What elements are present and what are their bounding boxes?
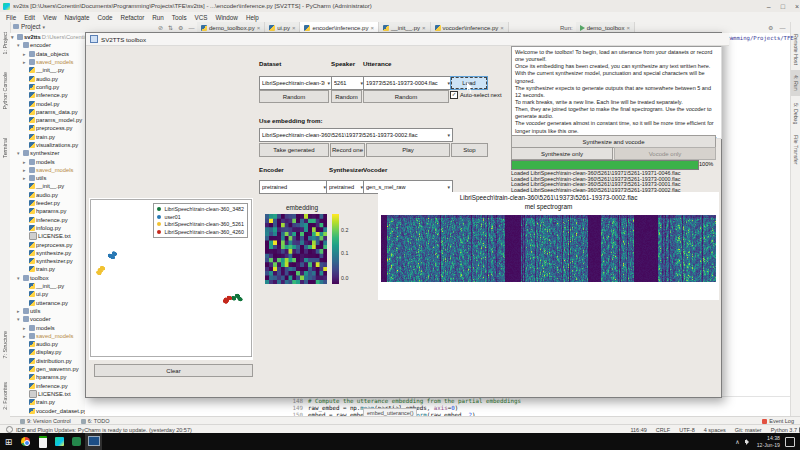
tree-item[interactable]: synthesize.py [10,249,85,257]
tree-item[interactable]: display.py [10,348,85,356]
random-dataset-button[interactable]: Random [259,90,329,103]
dataset-dropdown[interactable]: LibriSpeech\train-clean-360▾ [259,76,333,90]
tree-item[interactable]: audio.py [10,74,85,82]
tree-item[interactable]: __init__.py [10,282,85,290]
tree-item[interactable]: ▸ models [10,157,85,165]
tab-close-icon[interactable] [626,25,630,31]
tree-item[interactable]: inference.py [10,216,85,224]
tree-item[interactable]: inference.py [10,91,85,99]
welcome-textbox[interactable]: Welcome to the toolbox! To begin, load a… [511,46,722,139]
tree-item[interactable]: hparams.py [10,207,85,215]
tree-item[interactable]: ▸ models [10,323,85,331]
stop-button[interactable]: Stop [451,143,488,157]
menu-item[interactable]: Edit [24,14,35,21]
tree-item[interactable]: ▾ toolbox [10,274,85,282]
toolwindow-terminal[interactable]: Terminal [0,126,10,170]
tree-chevron-icon[interactable]: ▸ [23,175,28,181]
tree-item[interactable]: params_data.py [10,108,85,116]
tree-chevron-icon[interactable]: ▾ [11,34,16,40]
tree-item[interactable]: train.py [10,265,85,273]
hide-panel-icon[interactable]: — [779,25,785,31]
tree-item[interactable]: feeder.py [10,199,85,207]
toolbar-icon[interactable]: — [188,25,194,31]
start-button[interactable]: ⊞ [0,433,17,450]
tree-item[interactable]: ▸ saved_models [10,166,85,174]
tree-item[interactable]: ▸ utils [10,307,85,315]
taskbar-document-app[interactable] [34,433,51,450]
code-line[interactable]: 148# Compute the utterance embedding fro… [285,398,521,405]
tree-item[interactable]: ui.py [10,290,85,298]
tab-close-icon[interactable] [257,25,261,31]
tab-close-icon[interactable] [292,25,296,31]
tree-item[interactable]: train.py [10,398,85,406]
taskbar-chrome[interactable] [17,433,34,450]
tree-item[interactable]: inference.py [10,381,85,389]
tree-item[interactable]: ▾ sv2tts D:\Users\Corentin [10,33,85,41]
menu-item[interactable]: Help [246,14,259,21]
dialog-titlebar[interactable]: SV2TTS toolbox [86,33,729,46]
project-view-selector[interactable]: Project ▾ [13,23,45,30]
tree-item[interactable]: gen_wavernn.py [10,365,85,373]
toolbar-icon[interactable]: ⇅ [168,24,173,31]
toolwindow-button[interactable]: 5: Debug [791,100,800,128]
tree-item[interactable]: audio.py [10,191,85,199]
tree-chevron-icon[interactable]: ▸ [23,167,28,173]
vocode-only-button[interactable]: Vocode only [614,147,716,160]
maximize-icon[interactable]: □ [781,3,785,10]
tree-item[interactable]: ▾ vocoder [10,315,85,323]
tree-item[interactable]: preprocess.py [10,240,85,248]
toolwindow-button[interactable]: 4: Run [791,70,800,96]
play-button[interactable]: Play [366,143,450,157]
tree-item[interactable]: ▸ saved_models [10,58,85,66]
record-one-button[interactable]: Record one [330,143,365,157]
tree-chevron-icon[interactable]: ▾ [17,316,22,322]
tree-item[interactable]: hparams.py [10,373,85,381]
tree-item[interactable]: vocoder_dataset.py [10,406,85,414]
tab-close-icon[interactable] [370,25,374,31]
tree-chevron-icon[interactable]: ▸ [23,325,28,331]
close-icon[interactable]: × [795,3,799,10]
tree-chevron-icon[interactable]: ▾ [17,275,22,281]
notification-center-icon[interactable] [785,437,795,447]
tree-item[interactable]: preprocess.py [10,124,85,132]
taskbar-pycharm[interactable] [51,433,68,450]
auto-select-checkbox[interactable]: ✓ Auto-select next [450,91,502,99]
take-generated-button[interactable]: Take generated [259,143,329,157]
tree-item[interactable]: ▸ data_objects [10,50,85,58]
speaker-dropdown[interactable]: 5261▾ [331,76,366,90]
encoder-dropdown[interactable]: pretrained▾ [259,180,329,194]
tray-chevron-icon[interactable]: ∧ [735,438,739,445]
tree-item[interactable]: ▾ encoder [10,41,85,49]
toolwindow-favorites[interactable]: 2: Favorites [0,374,10,418]
tree-chevron-icon[interactable]: ▸ [23,59,28,65]
tree-item[interactable]: LICENSE.txt [10,232,85,240]
tree-item[interactable]: distribution.py [10,357,85,365]
synthesizer-dropdown[interactable]: pretrained▾ [326,180,366,194]
random-speaker-button[interactable]: Random [331,90,362,103]
toolwindow-structure[interactable]: 7: Structure [0,322,10,368]
tab-close-icon[interactable] [500,25,504,31]
menu-item[interactable]: Tools [172,14,187,21]
menu-item[interactable]: Navigate [65,14,90,21]
menu-item[interactable]: View [43,14,57,21]
tree-item[interactable]: visualizations.py [10,141,85,149]
tree-item[interactable]: infolog.py [10,224,85,232]
utterance-dropdown[interactable]: 19373\5261-19373-0004.flac▾ [363,76,453,90]
clear-button[interactable]: Clear [94,364,253,377]
tree-item[interactable]: audio.py [10,340,85,348]
toolbar-icon[interactable]: ⚙ [178,24,183,31]
tree-chevron-icon[interactable]: ▸ [23,159,28,165]
embedding-source-dropdown[interactable]: LibriSpeech\train-clean-360\5261\19373\5… [259,128,453,142]
tree-item[interactable]: train.py [10,133,85,141]
status-widget[interactable]: CRLF [656,427,670,433]
tree-item[interactable]: ▸ utils [10,174,85,182]
tree-chevron-icon[interactable]: ▾ [17,42,22,48]
synthesize-only-button[interactable]: Synthesize only [511,147,613,160]
gear-icon[interactable]: ⚙ [768,24,773,31]
menu-item[interactable]: Code [97,14,112,21]
status-widget[interactable]: Python 3.7 [771,427,797,433]
tree-item[interactable]: model.py [10,99,85,107]
toolwindow-project[interactable]: 1: Project [0,26,10,60]
menu-item[interactable]: File [6,14,16,21]
speaker-icon[interactable] [745,439,752,445]
